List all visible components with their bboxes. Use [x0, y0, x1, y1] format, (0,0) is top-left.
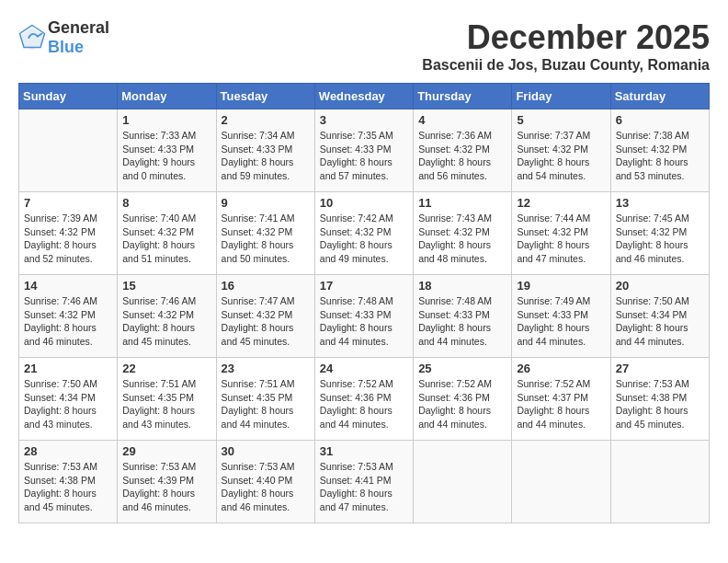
calendar-cell: 1Sunrise: 7:33 AM Sunset: 4:33 PM Daylig… — [118, 109, 216, 192]
day-number: 3 — [320, 113, 408, 127]
day-info: Sunrise: 7:53 AM Sunset: 4:38 PM Dayligh… — [24, 460, 112, 514]
weekday-header-cell: Friday — [512, 84, 610, 109]
calendar-cell: 10Sunrise: 7:42 AM Sunset: 4:32 PM Dayli… — [314, 192, 413, 275]
day-number: 30 — [222, 444, 310, 458]
day-info: Sunrise: 7:51 AM Sunset: 4:35 PM Dayligh… — [222, 377, 310, 431]
logo: General Blue — [18, 18, 109, 57]
day-number: 31 — [320, 444, 408, 458]
day-info: Sunrise: 7:47 AM Sunset: 4:32 PM Dayligh… — [222, 294, 310, 349]
day-info: Sunrise: 7:44 AM Sunset: 4:32 PM Dayligh… — [517, 212, 605, 266]
day-number: 19 — [517, 279, 605, 293]
day-info: Sunrise: 7:50 AM Sunset: 4:34 PM Dayligh… — [24, 377, 112, 431]
logo-icon — [18, 24, 46, 52]
day-info: Sunrise: 7:43 AM Sunset: 4:32 PM Dayligh… — [418, 212, 506, 266]
day-info: Sunrise: 7:53 AM Sunset: 4:39 PM Dayligh… — [122, 460, 210, 514]
day-info: Sunrise: 7:46 AM Sunset: 4:32 PM Dayligh… — [24, 294, 112, 349]
calendar-cell — [610, 441, 709, 523]
day-number: 7 — [24, 196, 112, 210]
day-number: 4 — [418, 113, 506, 127]
calendar-cell: 2Sunrise: 7:34 AM Sunset: 4:33 PM Daylig… — [216, 109, 314, 192]
calendar-cell: 28Sunrise: 7:53 AM Sunset: 4:38 PM Dayli… — [19, 441, 118, 523]
day-number: 18 — [418, 279, 506, 293]
day-info: Sunrise: 7:52 AM Sunset: 4:36 PM Dayligh… — [320, 377, 408, 431]
calendar-week-row: 14Sunrise: 7:46 AM Sunset: 4:32 PM Dayli… — [19, 275, 710, 358]
day-number: 21 — [24, 362, 112, 375]
calendar-cell: 8Sunrise: 7:40 AM Sunset: 4:32 PM Daylig… — [118, 192, 216, 275]
calendar-cell: 4Sunrise: 7:36 AM Sunset: 4:32 PM Daylig… — [414, 109, 512, 192]
calendar-cell: 9Sunrise: 7:41 AM Sunset: 4:32 PM Daylig… — [216, 192, 314, 275]
day-number: 8 — [122, 196, 210, 210]
calendar-cell: 16Sunrise: 7:47 AM Sunset: 4:32 PM Dayli… — [216, 275, 314, 358]
calendar-week-row: 7Sunrise: 7:39 AM Sunset: 4:32 PM Daylig… — [19, 192, 710, 275]
weekday-header-cell: Tuesday — [216, 84, 314, 109]
calendar-cell: 3Sunrise: 7:35 AM Sunset: 4:33 PM Daylig… — [314, 109, 413, 192]
day-info: Sunrise: 7:42 AM Sunset: 4:32 PM Dayligh… — [320, 212, 408, 266]
calendar-title: December 2025 — [422, 18, 710, 57]
day-number: 26 — [517, 362, 605, 375]
day-info: Sunrise: 7:39 AM Sunset: 4:32 PM Dayligh… — [24, 212, 112, 266]
calendar-cell: 19Sunrise: 7:49 AM Sunset: 4:33 PM Dayli… — [512, 275, 610, 358]
day-number: 13 — [616, 196, 704, 210]
calendar-cell: 6Sunrise: 7:38 AM Sunset: 4:32 PM Daylig… — [610, 109, 709, 192]
day-info: Sunrise: 7:41 AM Sunset: 4:32 PM Dayligh… — [222, 212, 310, 266]
day-info: Sunrise: 7:52 AM Sunset: 4:37 PM Dayligh… — [517, 377, 605, 431]
weekday-header-row: SundayMondayTuesdayWednesdayThursdayFrid… — [19, 84, 710, 109]
logo-general-text: General — [48, 18, 109, 37]
day-number: 2 — [222, 113, 310, 127]
calendar-cell: 30Sunrise: 7:53 AM Sunset: 4:40 PM Dayli… — [216, 441, 314, 523]
calendar-cell: 20Sunrise: 7:50 AM Sunset: 4:34 PM Dayli… — [610, 275, 709, 358]
day-number: 14 — [24, 279, 112, 293]
day-info: Sunrise: 7:48 AM Sunset: 4:33 PM Dayligh… — [418, 294, 506, 349]
day-info: Sunrise: 7:33 AM Sunset: 4:33 PM Dayligh… — [122, 129, 210, 183]
calendar-week-row: 1Sunrise: 7:33 AM Sunset: 4:33 PM Daylig… — [19, 109, 710, 192]
calendar-cell: 25Sunrise: 7:52 AM Sunset: 4:36 PM Dayli… — [414, 358, 512, 441]
day-info: Sunrise: 7:38 AM Sunset: 4:32 PM Dayligh… — [616, 129, 704, 183]
calendar-cell: 15Sunrise: 7:46 AM Sunset: 4:32 PM Dayli… — [118, 275, 216, 358]
calendar-week-row: 28Sunrise: 7:53 AM Sunset: 4:38 PM Dayli… — [19, 441, 710, 523]
day-number: 22 — [122, 362, 210, 375]
day-number: 11 — [418, 196, 506, 210]
calendar-cell: 24Sunrise: 7:52 AM Sunset: 4:36 PM Dayli… — [314, 358, 413, 441]
calendar-subtitle: Bascenii de Jos, Buzau County, Romania — [422, 57, 710, 74]
calendar-cell: 5Sunrise: 7:37 AM Sunset: 4:32 PM Daylig… — [512, 109, 610, 192]
calendar-cell — [414, 441, 512, 523]
calendar-cell: 14Sunrise: 7:46 AM Sunset: 4:32 PM Dayli… — [19, 275, 118, 358]
calendar-week-row: 21Sunrise: 7:50 AM Sunset: 4:34 PM Dayli… — [19, 358, 710, 441]
day-info: Sunrise: 7:49 AM Sunset: 4:33 PM Dayligh… — [517, 294, 605, 349]
day-info: Sunrise: 7:36 AM Sunset: 4:32 PM Dayligh… — [418, 129, 506, 183]
calendar-table: SundayMondayTuesdayWednesdayThursdayFrid… — [18, 83, 710, 523]
weekday-header-cell: Wednesday — [314, 84, 413, 109]
day-number: 23 — [222, 362, 310, 375]
day-info: Sunrise: 7:35 AM Sunset: 4:33 PM Dayligh… — [320, 129, 408, 183]
day-number: 6 — [616, 113, 704, 127]
day-number: 12 — [517, 196, 605, 210]
calendar-cell: 7Sunrise: 7:39 AM Sunset: 4:32 PM Daylig… — [19, 192, 118, 275]
day-number: 15 — [122, 279, 210, 293]
calendar-cell: 22Sunrise: 7:51 AM Sunset: 4:35 PM Dayli… — [118, 358, 216, 441]
calendar-cell: 29Sunrise: 7:53 AM Sunset: 4:39 PM Dayli… — [118, 441, 216, 523]
day-number: 29 — [122, 444, 210, 458]
calendar-cell: 11Sunrise: 7:43 AM Sunset: 4:32 PM Dayli… — [414, 192, 512, 275]
day-info: Sunrise: 7:51 AM Sunset: 4:35 PM Dayligh… — [122, 377, 210, 431]
day-number: 17 — [320, 279, 408, 293]
day-info: Sunrise: 7:46 AM Sunset: 4:32 PM Dayligh… — [122, 294, 210, 349]
day-info: Sunrise: 7:50 AM Sunset: 4:34 PM Dayligh… — [616, 294, 704, 349]
calendar-cell: 18Sunrise: 7:48 AM Sunset: 4:33 PM Dayli… — [414, 275, 512, 358]
title-block: December 2025 Bascenii de Jos, Buzau Cou… — [422, 18, 710, 74]
day-info: Sunrise: 7:48 AM Sunset: 4:33 PM Dayligh… — [320, 294, 408, 349]
day-info: Sunrise: 7:53 AM Sunset: 4:38 PM Dayligh… — [616, 377, 704, 431]
day-info: Sunrise: 7:34 AM Sunset: 4:33 PM Dayligh… — [222, 129, 310, 183]
weekday-header-cell: Monday — [118, 84, 216, 109]
weekday-header-cell: Sunday — [19, 84, 118, 109]
calendar-cell: 21Sunrise: 7:50 AM Sunset: 4:34 PM Dayli… — [19, 358, 118, 441]
page-header: General Blue December 2025 Bascenii de J… — [18, 18, 710, 74]
day-number: 10 — [320, 196, 408, 210]
day-info: Sunrise: 7:45 AM Sunset: 4:32 PM Dayligh… — [616, 212, 704, 266]
calendar-cell — [19, 109, 118, 192]
calendar-cell — [512, 441, 610, 523]
calendar-cell: 13Sunrise: 7:45 AM Sunset: 4:32 PM Dayli… — [610, 192, 709, 275]
calendar-cell: 26Sunrise: 7:52 AM Sunset: 4:37 PM Dayli… — [512, 358, 610, 441]
day-number: 9 — [222, 196, 310, 210]
calendar-body: 1Sunrise: 7:33 AM Sunset: 4:33 PM Daylig… — [19, 109, 710, 523]
weekday-header-cell: Saturday — [610, 84, 709, 109]
